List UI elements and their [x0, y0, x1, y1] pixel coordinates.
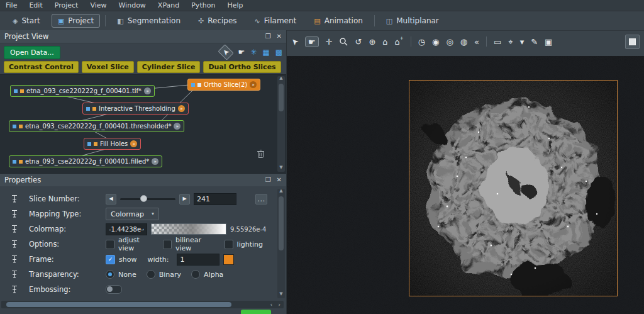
menu-python[interactable]: Python: [191, 1, 215, 9]
transparency-alpha-radio[interactable]: [191, 270, 200, 279]
scroll-up-icon[interactable]: ▲: [277, 76, 285, 82]
node-filled[interactable]: etna_093_cse220222g_f_000401.filled* »: [9, 155, 162, 167]
node-expand-icon[interactable]: »: [144, 87, 151, 94]
tab-recipes[interactable]: ✣ Recipes: [192, 14, 243, 28]
adjust-view-checkbox[interactable]: [106, 240, 114, 249]
snapshot-icon[interactable]: ▣: [545, 38, 552, 46]
grid-layout-icon[interactable]: ▦: [262, 48, 269, 56]
transparency-binary-radio[interactable]: [147, 270, 155, 279]
colormap-min-input[interactable]: [106, 223, 147, 235]
tab-filament[interactable]: ∿ Filament: [248, 14, 303, 28]
menu-help[interactable]: Help: [227, 1, 243, 9]
connection-pin-icon[interactable]: [0, 225, 29, 233]
transparency-none-radio[interactable]: [106, 270, 114, 279]
viewport-3d[interactable]: [287, 56, 644, 314]
slice-slider[interactable]: [120, 198, 175, 200]
perspective-icon[interactable]: ◎: [446, 38, 453, 46]
connection-pin-icon[interactable]: [0, 194, 29, 203]
cylinder-slice-button[interactable]: Cylinder Slice: [137, 61, 201, 73]
annotate-icon[interactable]: ✎: [531, 38, 538, 46]
lighting-checkbox[interactable]: [225, 240, 233, 249]
pan-icon[interactable]: ✛: [326, 38, 333, 46]
menu-xpand[interactable]: XPand: [158, 1, 179, 9]
voxel-slice-button[interactable]: Voxel Slice: [82, 61, 134, 73]
connection-pin-icon[interactable]: [0, 255, 29, 264]
colormap-gradient[interactable]: [151, 223, 226, 235]
connection-pin-icon[interactable]: [0, 240, 29, 249]
hand-tool-active[interactable]: ☛: [305, 36, 319, 47]
collapse-toolbar-icon[interactable]: «: [474, 38, 479, 46]
scroll-down-icon[interactable]: ▼: [277, 165, 285, 172]
menu-view[interactable]: View: [90, 1, 106, 9]
node-expand-icon[interactable]: »: [250, 81, 257, 88]
node-expand-icon[interactable]: »: [178, 105, 185, 112]
select-mode-icon[interactable]: ➤: [218, 44, 235, 60]
seek-icon[interactable]: ⊕: [369, 38, 375, 46]
frame-width-input[interactable]: [177, 254, 219, 266]
scrollbar-thumb[interactable]: [6, 302, 231, 307]
menu-file[interactable]: File: [6, 1, 17, 9]
close-panel-icon[interactable]: ✕: [277, 177, 282, 183]
scroll-up-icon[interactable]: ▲: [277, 189, 285, 195]
tab-segmentation[interactable]: ◧ Segmentation: [111, 14, 187, 28]
dual-ortho-slices-button[interactable]: Dual Ortho Slices: [203, 61, 280, 73]
maximize-viewer-button[interactable]: [625, 35, 640, 49]
list-layout-icon[interactable]: ▩: [275, 48, 282, 56]
embossing-toggle[interactable]: [106, 285, 122, 294]
frame-color-swatch[interactable]: [223, 254, 234, 265]
view-all-icon[interactable]: ◉: [432, 38, 439, 46]
menu-window[interactable]: Window: [118, 1, 145, 9]
node-interactive-thresholding[interactable]: Interactive Thresholding »: [82, 103, 189, 115]
undock-panel-icon[interactable]: ❐: [265, 177, 271, 183]
properties-vertical-scrollbar[interactable]: ▲ ▼: [277, 189, 285, 298]
select-icon[interactable]: ➤: [289, 36, 300, 47]
contrast-control-button[interactable]: Contrast Control: [4, 61, 79, 73]
close-panel-icon[interactable]: ✕: [277, 33, 282, 40]
slice-increment-button[interactable]: ▶: [179, 194, 190, 205]
measure-icon[interactable]: ▭: [494, 38, 501, 46]
tab-start[interactable]: ◈ Start: [6, 14, 47, 28]
scroll-left-icon[interactable]: ‹: [270, 301, 272, 308]
set-home-icon[interactable]: ⌂+: [395, 38, 404, 46]
node-expand-icon[interactable]: »: [130, 140, 137, 147]
node-expand-icon[interactable]: »: [174, 123, 180, 130]
slice-slider-handle[interactable]: [140, 195, 147, 202]
probe-icon[interactable]: ⌖: [508, 38, 513, 46]
ortho-view-icon[interactable]: ◍: [460, 38, 467, 46]
mapping-type-select[interactable]: Colormap ▾: [106, 208, 159, 220]
scrollbar-thumb[interactable]: [279, 84, 284, 111]
home-icon[interactable]: ⌂: [382, 38, 387, 46]
graph-vertical-scrollbar[interactable]: ▲ ▼: [277, 76, 285, 172]
connection-pin-icon[interactable]: [0, 210, 29, 218]
node-fill-holes[interactable]: Fill Holes »: [84, 138, 141, 150]
history-icon[interactable]: ◷: [418, 38, 425, 46]
undock-panel-icon[interactable]: ❐: [265, 33, 271, 40]
node-graph[interactable]: etna_093_cse220222g_f_000401.tif* » Orth…: [0, 74, 286, 174]
scroll-right-icon[interactable]: ›: [278, 301, 280, 308]
rotate-icon[interactable]: ↺: [355, 38, 362, 46]
zoom-icon[interactable]: [339, 37, 348, 46]
hand-mode-icon[interactable]: ☛: [238, 48, 245, 56]
trash-icon[interactable]: [257, 149, 265, 160]
tab-project[interactable]: ▣ Project: [52, 14, 100, 28]
bilinear-view-checkbox[interactable]: [163, 240, 172, 249]
scrollbar-thumb[interactable]: [279, 196, 284, 250]
connection-pin-icon[interactable]: [0, 285, 29, 294]
menu-project[interactable]: Project: [55, 1, 79, 9]
node-tif[interactable]: etna_093_cse220222g_f_000401.tif* »: [10, 85, 155, 97]
horizontal-scrollbar[interactable]: ‹ ›: [1, 301, 284, 308]
slice-number-input[interactable]: [194, 193, 236, 205]
menu-edit[interactable]: Edit: [29, 1, 42, 9]
node-thresholded[interactable]: etna_093_cse220222g_f_000401.thresholded…: [9, 120, 184, 132]
frame-show-checkbox[interactable]: ✓: [106, 255, 115, 264]
chevron-down-icon[interactable]: ▾: [520, 38, 525, 46]
node-ortho-slice[interactable]: Ortho Slice(2) »: [187, 79, 260, 91]
tab-animation[interactable]: ▤ Animation: [308, 14, 369, 28]
slice-options-button[interactable]: ...: [255, 194, 267, 205]
node-expand-icon[interactable]: »: [152, 158, 158, 165]
tab-multiplanar[interactable]: ◫ Multiplanar: [380, 14, 445, 28]
slice-decrement-button[interactable]: ◀: [106, 194, 116, 205]
ortho-slice-image[interactable]: [409, 80, 618, 296]
scroll-down-icon[interactable]: ▼: [277, 292, 285, 298]
open-data-button[interactable]: Open Data...: [4, 46, 60, 59]
